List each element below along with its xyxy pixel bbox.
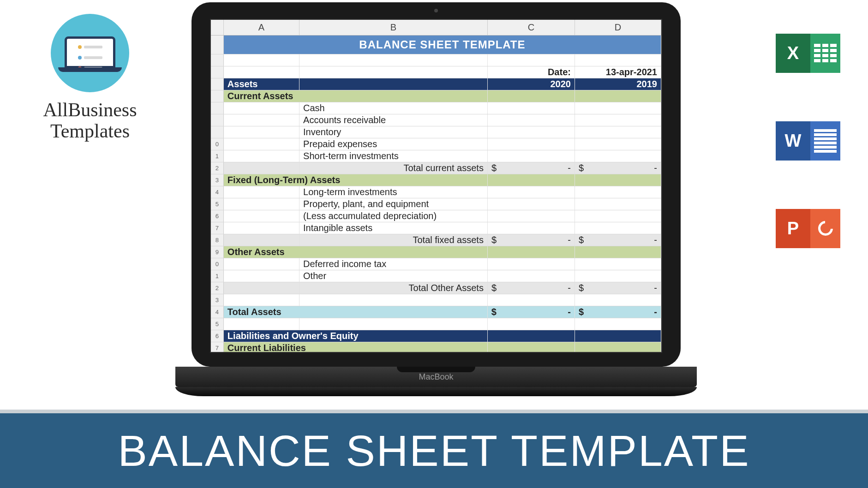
line-item: 0Prepaid expenses: [211, 138, 661, 150]
macbook-hinge: MacBook: [175, 367, 697, 387]
liabilities-header-row: 6 Liabilities and Owner's Equity: [211, 330, 661, 342]
fixed-assets-header: 3 Fixed (Long-Term) Assets: [211, 174, 661, 186]
other-assets-header: 9 Other Assets: [211, 246, 661, 258]
line-item: 7Intangible assets: [211, 222, 661, 234]
line-item: 6(Less accumulated depreciation): [211, 210, 661, 222]
screen: A B C D BALANCE SHEET TEMPLATE Date:: [210, 19, 662, 353]
current-assets-header: Current Assets: [211, 90, 661, 102]
macbook-base: [175, 387, 697, 396]
col-header-b[interactable]: B: [299, 20, 488, 35]
line-item: Inventory: [211, 126, 661, 138]
laptop-icon: [65, 36, 115, 70]
spreadsheet: A B C D BALANCE SHEET TEMPLATE Date:: [211, 20, 661, 353]
total-fixed-assets: 8 Total fixed assets $- $-: [211, 234, 661, 246]
line-item: 1Short-term investments: [211, 150, 661, 162]
current-liabilities-header: 7 Current Liabilities: [211, 342, 661, 353]
powerpoint-icon: P: [773, 194, 843, 263]
date-row: Date: 13-apr-2021: [211, 66, 661, 78]
file-type-icons: X W P: [773, 18, 843, 263]
line-item: Accounts receivable: [211, 114, 661, 126]
word-icon: W: [773, 106, 843, 175]
total-current-assets: 2 Total current assets $- $-: [211, 162, 661, 174]
total-other-assets: 2 Total Other Assets $- $-: [211, 282, 661, 294]
total-assets-row: 4 Total Assets $- $-: [211, 306, 661, 318]
brand-text: AllBusiness Templates: [28, 99, 152, 142]
camera-icon: [434, 9, 438, 12]
col-header-a[interactable]: A: [224, 20, 299, 35]
macbook-mockup: A B C D BALANCE SHEET TEMPLATE Date:: [175, 2, 697, 396]
line-item: Cash: [211, 102, 661, 114]
bottom-banner: BALANCE SHEET TEMPLATE: [0, 410, 868, 488]
line-item: 1Other: [211, 270, 661, 282]
line-item: 0Deferred income tax: [211, 258, 661, 270]
line-item: 5Property, plant, and equipment: [211, 198, 661, 210]
title-row: BALANCE SHEET TEMPLATE: [211, 36, 661, 54]
col-header-c[interactable]: C: [488, 20, 575, 35]
blank-row: 5: [211, 318, 661, 330]
line-item: 4Long-term investments: [211, 186, 661, 198]
brand-logo-circle: [51, 14, 129, 92]
blank-row: 3: [211, 294, 661, 306]
column-headers: A B C D: [211, 20, 661, 36]
excel-icon: X: [773, 18, 843, 88]
brand-block: AllBusiness Templates: [28, 14, 152, 142]
col-header-d[interactable]: D: [575, 20, 661, 35]
banner-title: BALANCE SHEET TEMPLATE: [118, 426, 750, 476]
assets-header-row: Assets 2020 2019: [211, 78, 661, 90]
blank-row: [211, 54, 661, 66]
